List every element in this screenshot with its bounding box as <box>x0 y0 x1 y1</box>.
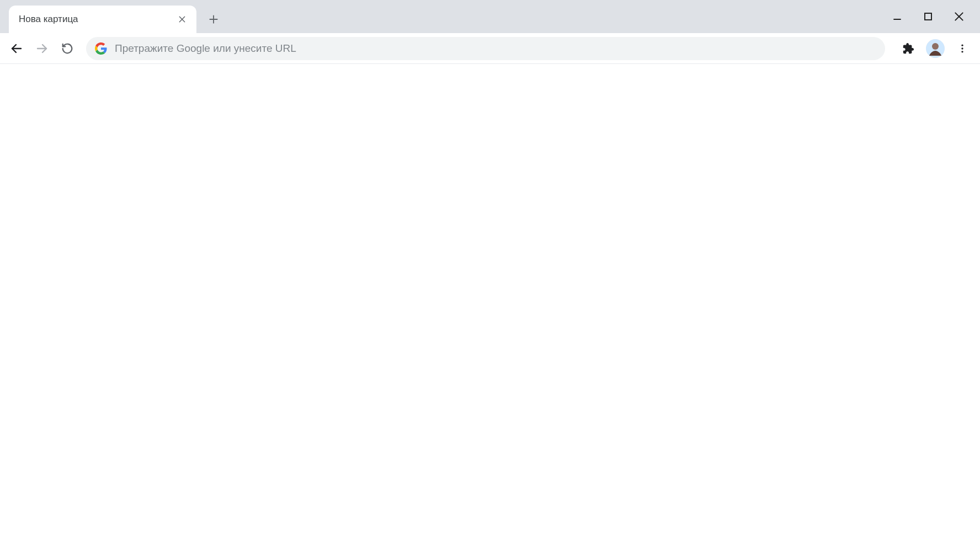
new-tab-button[interactable] <box>203 9 224 30</box>
google-g-icon <box>95 42 107 55</box>
tab-strip: Нова картица <box>0 0 980 33</box>
forward-button[interactable] <box>31 38 53 60</box>
toolbar <box>0 33 980 64</box>
reload-button[interactable] <box>56 38 78 60</box>
tab-title: Нова картица <box>19 14 175 25</box>
extensions-icon[interactable] <box>898 39 918 58</box>
page-content <box>0 64 980 535</box>
address-bar[interactable] <box>86 37 885 60</box>
svg-point-11 <box>932 43 939 50</box>
browser-window: Нова картица <box>0 0 980 535</box>
omnibox-input[interactable] <box>115 42 876 55</box>
kebab-menu-icon[interactable] <box>952 39 972 58</box>
profile-avatar[interactable] <box>926 39 945 58</box>
back-button[interactable] <box>6 38 28 60</box>
close-tab-icon[interactable] <box>175 13 189 26</box>
svg-point-14 <box>961 51 963 52</box>
browser-tab[interactable]: Нова картица <box>9 6 196 33</box>
maximize-icon[interactable] <box>920 9 936 24</box>
svg-point-13 <box>961 47 963 49</box>
svg-point-12 <box>961 44 963 46</box>
toolbar-right <box>893 39 974 58</box>
minimize-icon[interactable] <box>890 9 905 24</box>
window-controls <box>890 0 980 33</box>
svg-rect-5 <box>925 13 931 20</box>
close-window-icon[interactable] <box>951 9 967 24</box>
